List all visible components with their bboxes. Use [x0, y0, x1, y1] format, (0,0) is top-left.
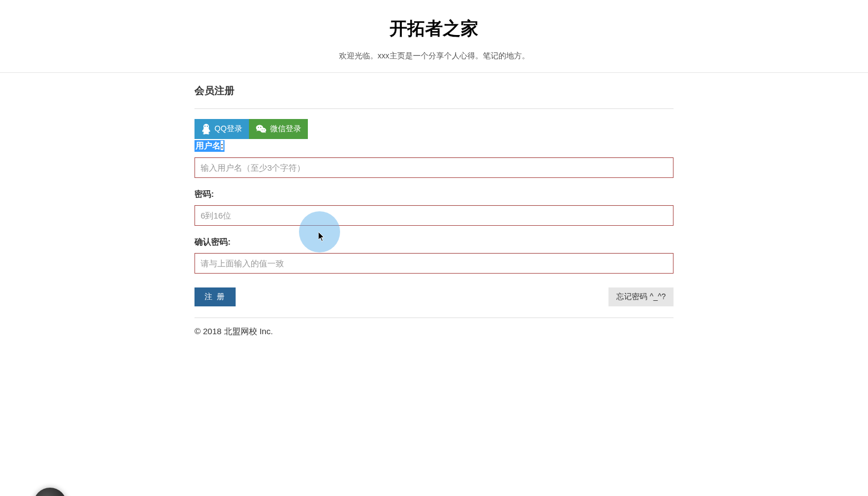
confirm-password-input[interactable]: [194, 253, 674, 274]
register-button[interactable]: 注 册: [194, 287, 236, 306]
site-title: 开拓者之家: [0, 17, 868, 41]
svg-point-8: [258, 127, 259, 128]
svg-point-3: [207, 126, 208, 127]
svg-point-5: [207, 133, 209, 135]
confirm-password-label: 确认密码:: [194, 237, 231, 247]
username-input[interactable]: [194, 157, 674, 178]
forgot-password-button[interactable]: 忘记密码 ^_^?: [608, 287, 674, 306]
actions-row: 注 册 忘记密码 ^_^?: [194, 287, 674, 318]
username-group: 用户名: [194, 140, 674, 178]
svg-point-11: [263, 130, 264, 130]
username-label: 用户名: [194, 140, 225, 152]
main-container: 会员注册 QQ登录: [194, 73, 674, 337]
password-input[interactable]: [194, 205, 674, 226]
social-login-row: QQ登录 微信登录: [194, 119, 674, 139]
qq-login-button[interactable]: QQ登录: [194, 119, 249, 139]
confirm-password-group: 确认密码:: [194, 237, 674, 274]
qq-icon: [201, 123, 211, 135]
svg-point-9: [260, 127, 261, 128]
svg-point-4: [203, 133, 205, 135]
page-heading: 会员注册: [194, 84, 674, 109]
page-header: 开拓者之家 欢迎光临。xxx主页是一个分享个人心得。笔记的地方。: [0, 0, 868, 73]
svg-point-1: [203, 127, 209, 134]
password-group: 密码:: [194, 189, 674, 226]
password-label: 密码:: [194, 189, 214, 200]
site-subtitle: 欢迎光临。xxx主页是一个分享个人心得。笔记的地方。: [0, 51, 868, 61]
svg-point-2: [204, 126, 206, 127]
qq-login-label: QQ登录: [214, 124, 242, 134]
wechat-icon: [256, 124, 267, 134]
wechat-login-button[interactable]: 微信登录: [249, 119, 308, 139]
wechat-login-label: 微信登录: [270, 124, 301, 134]
footer-copyright: © 2018 北盟网校 Inc.: [194, 318, 674, 337]
svg-point-10: [262, 130, 262, 130]
svg-point-7: [260, 128, 266, 133]
